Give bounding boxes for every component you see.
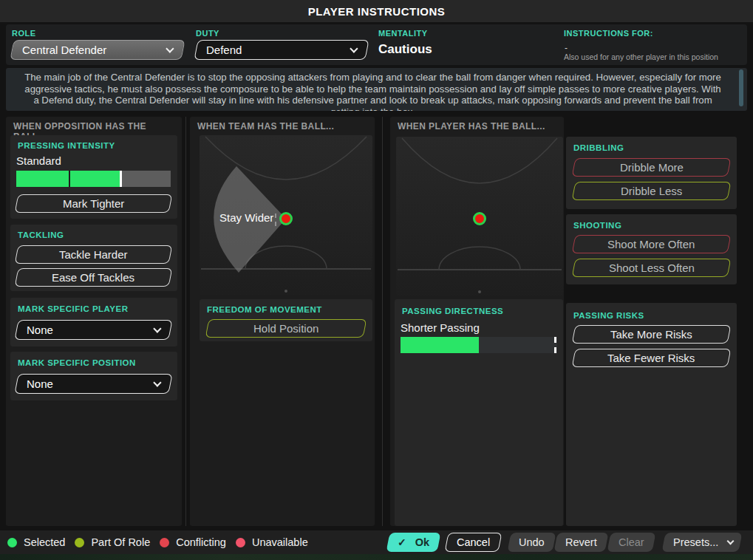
mark-tighter-button[interactable]: Mark Tighter bbox=[15, 194, 173, 213]
ok-button[interactable]: ✓Ok bbox=[386, 533, 441, 552]
passing-directness-slider[interactable] bbox=[401, 337, 557, 353]
header-panel: ROLE Central Defender DUTY Defend MENTAL… bbox=[6, 24, 747, 65]
unavailable-legend-dot bbox=[236, 538, 245, 547]
column-player: WHEN PLAYER HAS THE BALL... PASSING DIRE… bbox=[390, 117, 564, 526]
shoot-less-often-button[interactable]: Shoot Less Often bbox=[572, 259, 732, 277]
role-label: ROLE bbox=[12, 29, 36, 38]
part-of-role-legend-label: Part Of Role bbox=[91, 536, 150, 548]
role-dropdown[interactable]: Central Defender bbox=[10, 40, 185, 60]
mark-specific-position-value: None bbox=[27, 378, 53, 390]
pitch-markings bbox=[396, 137, 563, 296]
chevron-down-icon bbox=[153, 378, 161, 386]
dribbling-panel: DRIBBLING Dribble More Dribble Less bbox=[566, 137, 737, 209]
page-title: PLAYER INSTRUCTIONS bbox=[308, 5, 446, 18]
tackle-harder-button[interactable]: Tackle Harder bbox=[15, 245, 173, 264]
instructions-for-label: INSTRUCTIONS FOR: bbox=[564, 29, 653, 38]
unavailable-legend-label: Unavailable bbox=[252, 536, 308, 548]
revert-button[interactable]: Revert bbox=[554, 533, 609, 552]
mentality-value: Cautious bbox=[378, 42, 432, 57]
passing-directness-label: PASSING DIRECTNESS bbox=[402, 307, 503, 315]
description-scrollbar[interactable] bbox=[739, 69, 743, 106]
pressing-intensity-slider[interactable] bbox=[16, 171, 171, 187]
mark-specific-position-dropdown[interactable]: None bbox=[14, 374, 172, 394]
freedom-of-movement-panel: FREEDOM OF MOVEMENT Hold Position bbox=[200, 299, 372, 341]
mark-specific-position-label: MARK SPECIFIC POSITION bbox=[18, 358, 136, 367]
stay-wider-pitch-label: Stay Wider bbox=[219, 211, 273, 224]
hold-position-button[interactable]: Hold Position bbox=[205, 319, 367, 338]
pressing-intensity-tick bbox=[120, 171, 122, 187]
column-player-header: WHEN PLAYER HAS THE BALL... bbox=[398, 121, 545, 132]
duty-value: Defend bbox=[206, 44, 242, 56]
pressing-intensity-value: Standard bbox=[16, 154, 61, 167]
duty-label: DUTY bbox=[196, 29, 219, 38]
status-legend: Selected Part Of Role Conflicting Unavai… bbox=[7, 530, 311, 554]
take-fewer-risks-button[interactable]: Take Fewer Risks bbox=[572, 349, 732, 367]
mark-specific-player-panel: MARK SPECIFIC PLAYER None bbox=[10, 298, 177, 346]
passing-risks-panel: PASSING RISKS Take More Risks Take Fewer… bbox=[566, 303, 737, 526]
passing-directness-fill bbox=[401, 337, 479, 353]
column-divider bbox=[382, 117, 383, 526]
chevron-down-icon bbox=[153, 324, 161, 332]
title-bar: PLAYER INSTRUCTIONS bbox=[0, 0, 753, 22]
background-pitch-strip bbox=[0, 554, 753, 560]
mark-specific-position-panel: MARK SPECIFIC POSITION None bbox=[10, 352, 177, 400]
role-description-text: The main job of the Central Defender is … bbox=[6, 68, 747, 111]
passing-risks-label: PASSING RISKS bbox=[573, 311, 644, 320]
footer-buttons: ✓Ok Cancel Undo Revert Clear Presets... bbox=[388, 533, 740, 552]
team-pitch-map: Stay Wider bbox=[200, 135, 372, 295]
shooting-panel: SHOOTING Shoot More Often Shoot Less Oft… bbox=[566, 214, 737, 284]
selected-legend-label: Selected bbox=[24, 536, 65, 548]
player-position-dot[interactable] bbox=[281, 214, 292, 225]
cancel-button[interactable]: Cancel bbox=[444, 533, 502, 552]
player-pitch-map bbox=[396, 137, 563, 296]
pressing-intensity-segment-divider bbox=[69, 171, 70, 187]
tackling-label: TACKLING bbox=[18, 231, 64, 239]
page-indicator-dot bbox=[478, 290, 481, 293]
passing-directness-panel: PASSING DIRECTNESS Shorter Passing bbox=[395, 299, 563, 526]
check-icon: ✓ bbox=[398, 536, 406, 548]
role-description-panel: The main job of the Central Defender is … bbox=[6, 68, 747, 111]
mark-specific-player-label: MARK SPECIFIC PLAYER bbox=[18, 304, 129, 313]
chevron-down-icon bbox=[350, 44, 358, 52]
page-indicator-dot bbox=[284, 290, 287, 293]
freedom-of-movement-label: FREEDOM OF MOVEMENT bbox=[207, 305, 322, 314]
shooting-label: SHOOTING bbox=[573, 221, 621, 230]
footer-bar: Selected Part Of Role Conflicting Unavai… bbox=[0, 530, 753, 554]
column-opposition: WHEN OPPOSITION HAS THE BALL... PRESSING… bbox=[6, 117, 182, 526]
player-position-dot[interactable] bbox=[474, 214, 485, 225]
dribble-less-button[interactable]: Dribble Less bbox=[572, 182, 732, 200]
shoot-more-often-button[interactable]: Shoot More Often bbox=[572, 235, 732, 253]
instructions-for-note: Also used for any other player in this p… bbox=[564, 52, 718, 61]
duty-dropdown[interactable]: Defend bbox=[194, 40, 369, 60]
dribbling-label: DRIBBLING bbox=[573, 143, 624, 152]
column-divider bbox=[185, 117, 186, 526]
passing-directness-value: Shorter Passing bbox=[401, 321, 480, 334]
clear-button[interactable]: Clear bbox=[607, 533, 656, 552]
instructions-for-value: - bbox=[565, 43, 568, 53]
mark-specific-player-dropdown[interactable]: None bbox=[14, 320, 172, 340]
presets-dropdown-button[interactable]: Presets... bbox=[661, 533, 742, 552]
dribble-more-button[interactable]: Dribble More bbox=[572, 158, 732, 177]
column-team-header: WHEN TEAM HAS THE BALL... bbox=[197, 121, 334, 132]
take-more-risks-button[interactable]: Take More Risks bbox=[572, 325, 732, 344]
chevron-down-icon bbox=[166, 44, 174, 52]
conflicting-legend-label: Conflicting bbox=[176, 536, 226, 548]
undo-button[interactable]: Undo bbox=[507, 533, 556, 552]
player-instructions-dialog: PLAYER INSTRUCTIONS ROLE Central Defende… bbox=[0, 0, 753, 560]
mark-specific-player-value: None bbox=[27, 324, 53, 336]
role-value: Central Defender bbox=[22, 44, 106, 56]
column-extra: DRIBBLING Dribble More Dribble Less SHOO… bbox=[566, 117, 746, 526]
chevron-down-icon bbox=[727, 538, 735, 545]
mentality-label: MENTALITY bbox=[378, 29, 428, 38]
selected-legend-dot bbox=[7, 538, 17, 547]
pressing-intensity-panel: PRESSING INTENSITY Standard Mark Tighter bbox=[10, 135, 177, 219]
pressing-intensity-label: PRESSING INTENSITY bbox=[18, 141, 115, 150]
ease-off-tackles-button[interactable]: Ease Off Tackles bbox=[15, 268, 173, 287]
column-team: WHEN TEAM HAS THE BALL... Stay Wider FRE… bbox=[190, 117, 375, 526]
passing-directness-tick bbox=[554, 337, 556, 353]
conflicting-legend-dot bbox=[160, 538, 169, 547]
tackling-panel: TACKLING Tackle Harder Ease Off Tackles bbox=[10, 225, 177, 291]
part-of-role-legend-dot bbox=[75, 538, 84, 547]
